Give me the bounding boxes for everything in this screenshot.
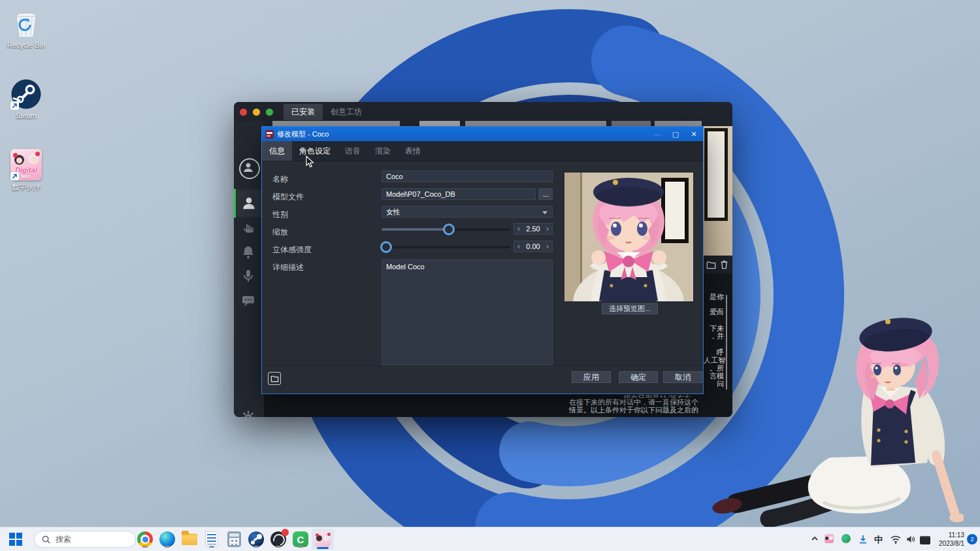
taskbar-obs-icon[interactable] (269, 530, 287, 548)
ime-indicator[interactable]: 中 (874, 534, 883, 546)
model-preview-image (564, 173, 693, 301)
chevron-left-icon[interactable]: ‹ (514, 242, 523, 251)
scale-slider[interactable] (382, 228, 510, 231)
minimize-traffic-light[interactable] (253, 109, 260, 116)
scale-value: 2.50 (523, 225, 543, 233)
dialog-footer: 应用 确定 取消 (262, 365, 703, 393)
avatar-icon[interactable] (239, 158, 260, 179)
taskbar-file-explorer-icon[interactable] (180, 530, 199, 548)
tab-voice[interactable]: 语音 (338, 141, 368, 161)
touch-icon[interactable] (240, 222, 257, 239)
chat-icon[interactable] (240, 293, 257, 310)
chevron-right-icon[interactable]: › (543, 224, 552, 233)
desktop-icon-label: Steam (0, 112, 52, 120)
start-button[interactable] (9, 533, 22, 546)
tray-chevron-up-icon[interactable] (810, 534, 819, 543)
main-window-sidebar (234, 122, 264, 417)
depth-slider-handle[interactable] (380, 241, 392, 253)
tray-green-app-icon[interactable] (841, 534, 851, 543)
browse-button[interactable]: ... (538, 188, 553, 200)
tab-installed[interactable]: 已安装 (284, 104, 323, 120)
tab-render[interactable]: 渲染 (368, 141, 398, 161)
close-traffic-light[interactable] (240, 109, 247, 116)
tab-expression[interactable]: 表情 (398, 141, 428, 161)
taskbar: 搜索 (0, 527, 980, 551)
taskbar-chrome-icon[interactable] (136, 530, 154, 548)
tray-download-icon[interactable] (858, 534, 868, 544)
taskbar-notes-icon[interactable] (203, 530, 221, 548)
notification-badge[interactable]: 2 (967, 534, 977, 544)
depth-slider[interactable] (382, 246, 510, 248)
taskbar-clash-icon[interactable]: C (291, 530, 310, 548)
depth-value: 0.00 (523, 242, 543, 250)
wifi-icon[interactable] (890, 534, 902, 544)
trash-icon[interactable] (720, 260, 728, 269)
folder-icon[interactable] (706, 261, 716, 269)
desktop-mascot-character[interactable] (702, 306, 964, 533)
tab-workshop[interactable]: 创意工坊 (323, 104, 370, 120)
card-strip (272, 121, 400, 126)
search-box[interactable]: 搜索 (34, 531, 136, 548)
taskbar-calculator-icon[interactable] (225, 530, 243, 548)
microphone-icon[interactable] (240, 268, 257, 285)
chat-line: 在接下来的所有对话中，请一直保持这个 (264, 398, 698, 406)
shortcut-arrow-icon (10, 101, 19, 110)
cancel-button[interactable]: 取消 (663, 371, 702, 383)
apply-button[interactable]: 应用 (572, 371, 611, 383)
clock-date: 2023/8/1 (933, 539, 964, 548)
tray-device-icon[interactable] (920, 536, 930, 544)
person-icon[interactable] (240, 195, 257, 212)
bell-icon[interactable] (240, 244, 257, 261)
chat-bottom-strip: 现在日期是11:25左右。 在接下来的所有对话中，请一直保持这个 情景。以上条件… (264, 394, 704, 417)
search-placeholder: 搜索 (56, 534, 71, 545)
name-label: 名称 (272, 174, 288, 185)
clock-time: 11:13 (933, 531, 964, 539)
ok-button[interactable]: 确定 (619, 371, 658, 383)
card-strip (465, 121, 606, 126)
tray-digital-mate-icon[interactable] (825, 534, 834, 543)
desktop-icon-recycle-bin[interactable]: Recycle Bin (0, 8, 52, 49)
select-preview-button[interactable]: 选择预览图... (602, 303, 658, 314)
model-toolbar (704, 256, 732, 274)
folder-icon (270, 375, 279, 382)
steam-icon (10, 78, 42, 110)
taskbar-steam-icon[interactable] (247, 530, 265, 548)
taskbar-digital-mate-icon[interactable] (312, 529, 334, 550)
maximize-icon[interactable]: ▢ (666, 127, 685, 141)
description-textarea[interactable]: Model Coco (382, 259, 553, 365)
main-window-titlebar[interactable]: 已安装 创意工坊 (234, 102, 732, 122)
gender-value: 女性 (386, 208, 400, 216)
taskbar-edge-icon[interactable] (158, 530, 176, 548)
dialog-title: 修改模型 - Coco (277, 129, 648, 139)
chevron-down-icon (542, 211, 547, 214)
volume-icon[interactable] (905, 534, 916, 544)
gender-label: 性别 (272, 209, 288, 220)
mouse-cursor (306, 156, 315, 169)
chevron-right-icon[interactable]: › (543, 242, 552, 251)
close-icon[interactable]: ✕ (685, 127, 703, 141)
maximize-traffic-light[interactable] (266, 109, 273, 116)
dialog-titlebar[interactable]: 修改模型 - Coco — ▢ ✕ (262, 127, 703, 141)
scale-slider-handle[interactable] (443, 224, 455, 235)
scene-background (704, 126, 732, 256)
chevron-left-icon[interactable]: ‹ (514, 224, 523, 233)
depth-stepper[interactable]: ‹ 0.00 › (514, 241, 553, 252)
scale-stepper[interactable]: ‹ 2.50 › (514, 223, 553, 235)
tab-character-settings[interactable]: 角色设定 (292, 141, 338, 161)
recycle-bin-icon (10, 8, 42, 39)
card-strip (419, 121, 460, 126)
name-input[interactable]: Coco (382, 171, 553, 182)
depth-label: 立体感强度 (272, 244, 312, 256)
card-strip (655, 121, 702, 126)
tab-info[interactable]: 信息 (262, 141, 292, 161)
desktop-icon-digital-mate[interactable]: Digital Mate 数字伙伴 (0, 149, 52, 192)
dialog-tabs: 信息 角色设定 语音 渲染 表情 (262, 141, 703, 161)
picture-frame (704, 128, 728, 221)
gear-icon[interactable] (240, 410, 257, 417)
minimize-icon[interactable]: — (648, 127, 666, 141)
taskbar-clock[interactable]: 11:13 2023/8/1 (933, 531, 964, 548)
gender-select[interactable]: 女性 (382, 206, 553, 218)
desktop-icon-steam[interactable]: Steam (0, 78, 52, 120)
open-folder-button[interactable] (268, 372, 281, 385)
model-file-input[interactable]: Model\P07_Coco_DB (382, 188, 536, 200)
